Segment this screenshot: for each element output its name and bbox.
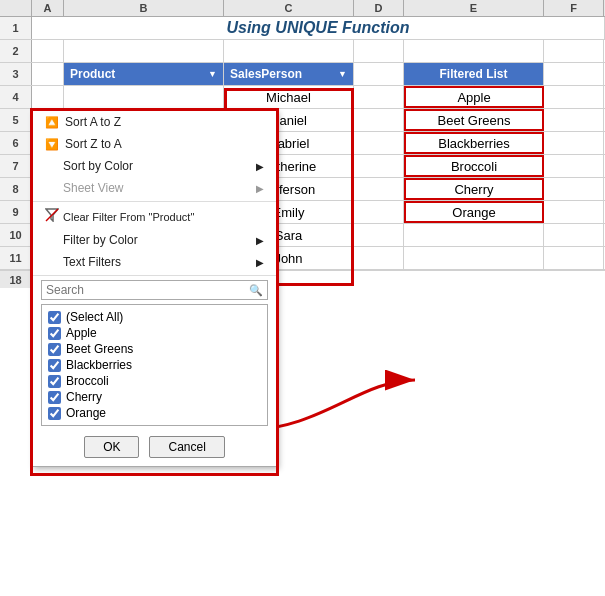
- cell-d4: [354, 86, 404, 108]
- cell-d5: [354, 109, 404, 131]
- col-f-header: F: [544, 0, 604, 16]
- cell-d8: [354, 178, 404, 200]
- cell-e9-orange: Orange: [404, 201, 544, 223]
- row-2: 2: [0, 40, 605, 63]
- cell-e7-broccoli: Broccoli: [404, 155, 544, 177]
- clear-filter-icon: [45, 208, 63, 225]
- row-2-num: 2: [0, 40, 32, 62]
- row-4: 4 Michael Apple: [0, 86, 605, 109]
- cell-d6: [354, 132, 404, 154]
- orange-checkbox[interactable]: [48, 407, 61, 420]
- cell-f11: [544, 247, 604, 269]
- cell-f9: [544, 201, 604, 223]
- cell-e8-cherry: Cherry: [404, 178, 544, 200]
- cell-e4-apple: Apple: [404, 86, 544, 108]
- cell-c4-michael: Michael: [224, 86, 354, 108]
- sort-by-color-item[interactable]: Sort by Color ▶: [33, 155, 276, 177]
- broccoli-checkbox[interactable]: [48, 375, 61, 388]
- cell-f7: [544, 155, 604, 177]
- cell-d2: [354, 40, 404, 62]
- sort-az-icon: 🔼: [45, 116, 59, 129]
- ok-button[interactable]: OK: [84, 436, 139, 458]
- cherry-checkbox[interactable]: [48, 391, 61, 404]
- sep-1: [33, 201, 276, 202]
- checkbox-list: (Select All) Apple Beet Greens Blackberr…: [41, 304, 268, 426]
- text-filters-arrow: ▶: [256, 257, 264, 268]
- cell-d10: [354, 224, 404, 246]
- checkbox-blackberries[interactable]: Blackberries: [46, 357, 263, 373]
- corner-cell: [0, 0, 32, 16]
- col-d-header: D: [354, 0, 404, 16]
- sheet-view-item[interactable]: Sheet View ▶: [33, 177, 276, 199]
- cell-f10: [544, 224, 604, 246]
- cell-f3: [544, 63, 604, 85]
- checkbox-apple[interactable]: Apple: [46, 325, 263, 341]
- checkbox-broccoli[interactable]: Broccoli: [46, 373, 263, 389]
- title-text: Using UNIQUE Function: [226, 19, 409, 37]
- row-6-num: 6: [0, 132, 32, 154]
- filter-color-arrow: ▶: [256, 235, 264, 246]
- cell-d11: [354, 247, 404, 269]
- cell-b2: [64, 40, 224, 62]
- filter-search-box[interactable]: 🔍: [41, 280, 268, 300]
- checkbox-orange[interactable]: Orange: [46, 405, 263, 421]
- cancel-button[interactable]: Cancel: [149, 436, 224, 458]
- row-3-num: 3: [0, 63, 32, 85]
- sheet-view-arrow: ▶: [256, 183, 264, 194]
- product-dropdown-arrow[interactable]: ▼: [208, 69, 217, 79]
- dialog-buttons: OK Cancel: [33, 430, 276, 466]
- salesperson-dropdown-arrow[interactable]: ▼: [338, 69, 347, 79]
- text-filters-item[interactable]: Text Filters ▶: [33, 251, 276, 273]
- checkbox-cherry[interactable]: Cherry: [46, 389, 263, 405]
- beet-greens-checkbox[interactable]: [48, 343, 61, 356]
- row-5-num: 5: [0, 109, 32, 131]
- filter-by-color-item[interactable]: Filter by Color ▶: [33, 229, 276, 251]
- cell-f4: [544, 86, 604, 108]
- sort-z-to-a-item[interactable]: 🔽 Sort Z to A: [33, 133, 276, 155]
- cell-e6-blackberries: Blackberries: [404, 132, 544, 154]
- cell-c2: [224, 40, 354, 62]
- cell-e5-beetgreens: Beet Greens: [404, 109, 544, 131]
- row-11-num: 11: [0, 247, 32, 269]
- cell-b4: [64, 86, 224, 108]
- col-c-header: C: [224, 0, 354, 16]
- select-all-item[interactable]: (Select All): [46, 309, 263, 325]
- salesperson-header[interactable]: SalesPerson ▼: [224, 63, 354, 85]
- cell-e10: [404, 224, 544, 246]
- select-all-checkbox[interactable]: [48, 311, 61, 324]
- cell-a4: [32, 86, 64, 108]
- blackberries-checkbox[interactable]: [48, 359, 61, 372]
- row-1: 1 Using UNIQUE Function: [0, 17, 605, 40]
- cell-f2: [544, 40, 604, 62]
- row-9-num: 9: [0, 201, 32, 223]
- col-b-header: B: [64, 0, 224, 16]
- sort-za-icon: 🔽: [45, 138, 59, 151]
- product-header[interactable]: Product ▼: [64, 63, 224, 85]
- row-18-num: 18: [0, 271, 32, 288]
- col-e-header: E: [404, 0, 544, 16]
- cell-a3: [32, 63, 64, 85]
- col-a-header: A: [32, 0, 64, 16]
- cell-e11: [404, 247, 544, 269]
- cell-f5: [544, 109, 604, 131]
- sort-a-to-z-item[interactable]: 🔼 Sort A to Z: [33, 111, 276, 133]
- search-input[interactable]: [46, 283, 249, 297]
- column-headers: A B C D E F: [0, 0, 605, 17]
- clear-filter-item[interactable]: Clear Filter From "Product": [33, 204, 276, 229]
- cell-f8: [544, 178, 604, 200]
- cell-d3: [354, 63, 404, 85]
- row-7-num: 7: [0, 155, 32, 177]
- row-4-num: 4: [0, 86, 32, 108]
- search-icon: 🔍: [249, 284, 263, 297]
- apple-checkbox[interactable]: [48, 327, 61, 340]
- sort-color-arrow: ▶: [256, 161, 264, 172]
- cell-e2: [404, 40, 544, 62]
- checkbox-beet-greens[interactable]: Beet Greens: [46, 341, 263, 357]
- dropdown-menu: 🔼 Sort A to Z 🔽 Sort Z to A Sort by Colo…: [32, 110, 277, 467]
- cell-d9: [354, 201, 404, 223]
- cell-a2: [32, 40, 64, 62]
- cell-d7: [354, 155, 404, 177]
- sep-2: [33, 275, 276, 276]
- row-3-headers: 3 Product ▼ SalesPerson ▼ Filtered List: [0, 63, 605, 86]
- row-10-num: 10: [0, 224, 32, 246]
